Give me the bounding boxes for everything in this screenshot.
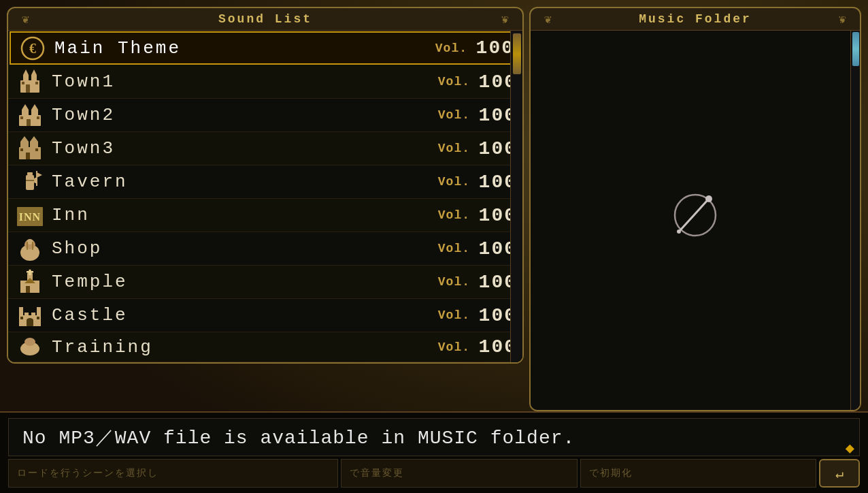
svg-rect-20 [30,142,38,148]
icon-training [14,332,46,362]
bottom-hint-1: ロードを行うシーンを選択し [8,459,338,488]
item-name-6: Shop [49,238,438,259]
svg-rect-3 [23,75,29,82]
item-name-4: Tavern [49,172,438,192]
svg-text:€: € [29,41,36,56]
icon-town1 [14,67,46,97]
icon-main-theme: € [16,33,49,63]
scrollbar-thumb [513,33,521,74]
svg-rect-52 [37,307,41,311]
vol-label-9: Vol. [438,340,470,354]
svg-marker-13 [22,104,29,110]
svg-rect-27 [26,175,34,190]
sound-item-2[interactable]: Town2 Vol. 100 [8,99,522,132]
item-name-2: Town2 [49,105,438,125]
svg-marker-5 [23,69,29,75]
sound-item-8[interactable]: Castle Vol. 100 [8,299,522,332]
sound-item-3[interactable]: Town3 Vol. 100 [8,132,522,165]
bottom-hint-3: で初期化 [580,459,816,488]
svg-rect-7 [26,84,30,93]
sound-item-7[interactable]: Temple Vol. 100 [8,266,522,299]
svg-point-60 [705,195,712,202]
icon-town3 [14,133,46,163]
vol-label-8: Vol. [438,308,470,322]
svg-rect-43 [27,271,33,273]
svg-rect-48 [24,313,29,317]
svg-rect-24 [20,148,23,151]
music-folder-panel: ❦ Music Folder ❦ [529,7,861,411]
svg-text:INN: INN [19,211,41,223]
sound-item-6[interactable]: Shop Vol. 100 [8,232,522,266]
enter-icon: ↵ [835,465,844,482]
status-text: No MP3／WAV file is available in MUSIC fo… [22,424,575,450]
vol-label-2: Vol. [438,108,470,122]
vol-label-0: Vol. [435,42,467,55]
svg-marker-6 [31,69,37,75]
music-folder-body [531,31,860,410]
item-name-8: Castle [49,305,438,325]
item-name-1: Town1 [49,71,438,92]
bottom-hint-2: で音量変更 [341,459,577,488]
sound-item-5[interactable]: INN Inn Vol. 100 [8,199,522,232]
sound-list-header: Sound List [8,8,522,31]
sound-item-0[interactable]: € Main Theme Vol. 100 [10,31,521,65]
svg-rect-9 [35,82,38,84]
status-message: No MP3／WAV file is available in MUSIC fo… [8,418,860,456]
icon-castle [14,300,46,330]
sound-item-4[interactable]: Tavern Vol. 100 [8,165,522,199]
svg-rect-55 [37,317,39,319]
item-name-0: Main Theme [52,38,435,59]
icon-tavern [14,167,46,197]
item-name-3: Town3 [49,138,438,159]
icon-shop [14,234,46,264]
svg-rect-23 [26,153,30,159]
vol-label-3: Vol. [438,142,470,155]
svg-rect-15 [27,119,31,126]
vol-label-4: Vol. [438,175,470,189]
svg-rect-45 [26,286,30,293]
music-folder-scrollbar-thumb [852,32,859,66]
svg-rect-4 [31,75,37,82]
diamond-icon: ◆ [846,439,854,458]
item-name-5: Inn [49,205,438,225]
svg-rect-16 [20,116,23,119]
hint-text-1: ロードを行うシーンを選択し [17,467,158,479]
svg-rect-8 [22,82,24,84]
svg-rect-26 [27,172,33,175]
music-folder-scrollbar[interactable] [850,31,860,410]
icon-temple [14,267,46,297]
svg-rect-49 [31,313,35,317]
music-folder-header: ❦ Music Folder ❦ [531,8,860,31]
svg-rect-17 [37,116,39,119]
svg-line-59 [680,200,707,230]
svg-marker-14 [31,104,38,110]
vol-label-1: Vol. [438,75,470,89]
bottom-controls: ロードを行うシーンを選択し で音量変更 で初期化 ↵ [8,459,860,488]
vol-value-0: 100 [470,37,514,59]
sound-list-panel: Sound List € Main Theme Vol. 100 [7,7,524,411]
item-name-9: Training [49,337,438,357]
sound-item-1[interactable]: Town1 Vol. 100 [8,65,522,99]
svg-rect-25 [35,148,38,151]
vol-label-6: Vol. [438,242,470,255]
svg-marker-22 [30,136,38,142]
svg-rect-19 [20,142,29,148]
sound-list-scrollbar[interactable] [510,31,522,362]
icon-town2 [14,100,46,130]
enter-button[interactable]: ↵ [819,459,860,488]
svg-marker-21 [20,136,29,142]
svg-marker-31 [37,172,42,178]
item-name-7: Temple [49,272,438,292]
sound-items-list: € Main Theme Vol. 100 [8,31,522,362]
hint-text-3: で初期化 [589,467,633,479]
sound-list-title: Sound List [218,12,312,26]
sound-item-9[interactable]: Training Vol. 100 [8,332,522,362]
svg-rect-11 [22,110,29,116]
vol-label-5: Vol. [438,208,470,222]
hint-text-2: で音量変更 [350,467,404,479]
icon-inn: INN [14,200,46,230]
svg-point-57 [24,338,35,346]
svg-rect-12 [31,110,38,116]
svg-rect-53 [27,319,33,326]
no-music-icon [668,188,722,242]
